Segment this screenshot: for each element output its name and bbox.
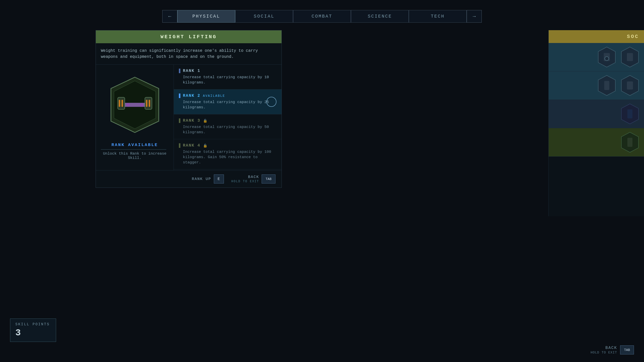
skill-points-value: 3 [15,328,50,338]
side-hex-2 [620,46,640,68]
svg-rect-23 [627,138,632,147]
svg-rect-17 [604,81,609,90]
rank-4-header: RANK 4 🔒 [179,143,276,148]
next-nav-button[interactable]: → [467,10,482,23]
rank-4-label: RANK 4 [183,143,200,148]
bottom-back-label: BACK [606,346,617,350]
prev-arrow-icon: ← [168,14,171,19]
navigation-bar: ← PHYSICAL SOCIAL COMBAT SCIENCE TECH → [0,8,644,25]
svg-rect-7 [146,100,147,107]
tab-combat[interactable]: COMBAT [293,10,351,23]
svg-rect-19 [627,81,633,89]
svg-point-10 [140,103,143,107]
rank-3-lock-icon: 🔒 [203,119,207,123]
skill-title: WEIGHT LIFTING [96,30,281,43]
side-skill-item-1[interactable] [549,43,644,71]
right-panel-title: SOC [549,30,644,43]
rank-3-bar-icon [179,118,180,123]
hold-to-exit-label: HOLD TO EXIT [231,180,259,183]
bottom-right-actions: BACK HOLD TO EXIT TAB [590,345,634,354]
svg-rect-21 [627,109,632,118]
rank-4-description: Increase total carrying capacity by 100 … [179,149,276,165]
side-hex-3 [597,74,617,97]
rank-available-label: RANK AVAILABLE Unlock this Rank to incre… [101,140,169,165]
rank-1-description: Increase total carrying capacity by 10 k… [179,75,276,85]
rank-2-item[interactable]: RANK 2 AVAILABLE Increase total carrying… [174,89,281,114]
side-hex-6 [620,131,640,153]
rank-2-bar-icon [179,94,180,98]
skill-image-area: RANK AVAILABLE Unlock this Rank to incre… [96,65,174,170]
rank-3-description: Increase total carrying capacity by 50 k… [179,124,276,135]
rank-4-bar-icon [179,143,180,148]
side-hex-5 [620,103,640,125]
side-hex-4 [620,74,640,97]
rank-1-bar-icon [179,69,180,73]
skill-points-label: SKILL POINTS [15,322,50,326]
rank-2-select-button[interactable] [266,97,276,107]
prev-nav-button[interactable]: ← [162,10,177,23]
rank-divider [101,149,166,150]
rank-3-item: RANK 3 🔒 Increase total carrying capacit… [174,114,281,139]
rank-up-label: RANK UP [192,177,211,181]
right-panel: SOC [548,30,644,216]
side-skill-item-2[interactable] [549,71,644,100]
tab-social[interactable]: SOCIAL [235,10,293,23]
rank-up-action: RANK UP E [192,174,224,184]
tab-science[interactable]: SCIENCE [351,10,409,23]
side-skill-item-4[interactable] [549,128,644,157]
tab-physical[interactable]: PHYSICAL [177,10,235,23]
action-bar: RANK UP E BACK HOLD TO EXIT TAB [96,170,281,188]
back-action: BACK HOLD TO EXIT TAB [231,174,275,184]
rank-1-header: RANK 1 [179,69,276,73]
skill-description: Weight training can significantly increa… [96,43,281,65]
rank-2-label: RANK 2 [183,94,200,98]
side-hex-1 [597,46,617,68]
svg-rect-15 [627,53,633,61]
next-arrow-icon: → [473,14,476,19]
rank-1-item: RANK 1 Increase total carrying capacity … [174,65,281,89]
rank-3-header: RANK 3 🔒 [179,118,276,123]
rank-2-description: Increase total carrying capacity by 25 k… [179,100,276,110]
rank-2-header: RANK 2 AVAILABLE [179,94,276,98]
back-tab-key[interactable]: TAB [262,174,275,184]
svg-rect-5 [119,100,120,107]
skill-points-box: SKILL POINTS 3 [10,319,56,342]
svg-rect-8 [149,100,150,107]
rank-2-available-badge: AVAILABLE [203,94,225,98]
rank-up-key[interactable]: E [214,174,224,184]
rank-4-lock-icon: 🔒 [203,144,207,148]
rank-3-label: RANK 3 [183,118,200,123]
tab-tech[interactable]: TECH [409,10,467,23]
svg-rect-6 [122,100,123,107]
skill-content: RANK AVAILABLE Unlock this Rank to incre… [96,65,281,170]
side-skill-item-3[interactable] [549,100,644,128]
skill-panel: WEIGHT LIFTING Weight training can signi… [96,30,282,188]
skill-hex-icon [107,75,163,135]
rank-4-item: RANK 4 🔒 Increase total carrying capacit… [174,139,281,169]
svg-rect-2 [121,103,149,107]
svg-point-13 [605,57,609,61]
rank-1-label: RANK 1 [183,69,200,73]
back-label: BACK [248,175,259,179]
bottom-tab-key[interactable]: TAB [620,345,634,354]
bottom-hold-text: HOLD TO EXIT [590,351,617,354]
svg-point-9 [126,103,130,107]
skill-ranks-list: RANK 1 Increase total carrying capacity … [174,65,281,170]
